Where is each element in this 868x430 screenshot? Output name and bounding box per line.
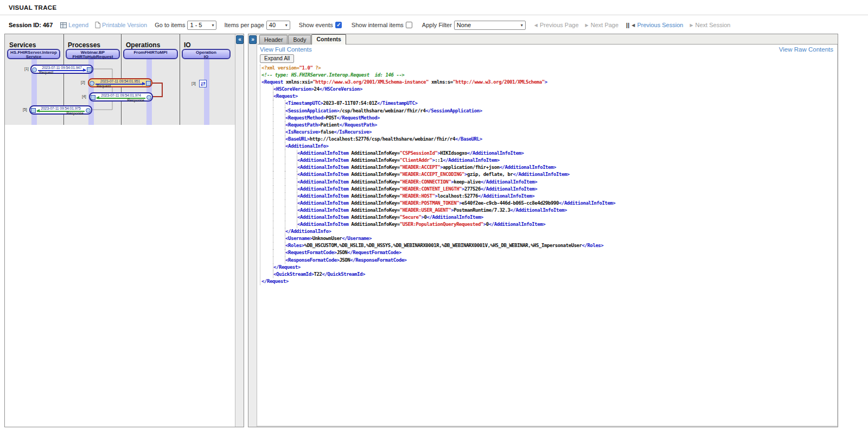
xml-token[interactable]: </AdditionalInfoItem> <box>443 157 499 164</box>
xml-token[interactable]: <QuickStreamId> <box>273 271 314 278</box>
xml-token[interactable]: </BaseURL> <box>455 136 482 143</box>
indent-guide <box>273 150 285 157</box>
previous-page-label: Previous Page <box>540 22 579 28</box>
printable-version-button[interactable]: Printable Version <box>95 22 147 28</box>
xml-token[interactable]: <RequestMethod> <box>285 115 326 122</box>
xml-token[interactable]: <AdditionalInfoItem <box>297 186 348 193</box>
xml-token[interactable]: <HSCoreVersion> <box>273 86 314 93</box>
show-events-checkbox[interactable] <box>335 22 342 28</box>
xml-token[interactable]: <ResponseFormatCode> <box>285 257 339 264</box>
xml-line: <AdditionalInfoItem AdditionalInfoKey="H… <box>261 207 838 214</box>
xml-token[interactable]: </AdditionalInfoItem> <box>467 150 524 157</box>
xml-token[interactable]: </AdditionalInfoItem> <box>489 221 545 228</box>
xml-token[interactable]: </RequestMethod> <box>336 115 380 122</box>
xml-token[interactable]: <AdditionalInfoItem <box>297 200 348 207</box>
message-3-io-event[interactable]: ⇄ <box>199 80 207 87</box>
xml-token[interactable]: <RequestFormatCode> <box>285 249 336 256</box>
indent-guide <box>273 122 285 129</box>
xml-token[interactable]: <Roles> <box>285 242 304 249</box>
xml-token[interactable]: <BaseURL> <box>285 136 310 143</box>
xml-token[interactable]: </TimestampUTC> <box>377 100 418 107</box>
xml-token[interactable]: </AdditionalInfoItem> <box>481 186 537 193</box>
indent-guide <box>261 207 273 214</box>
xml-token[interactable]: </ResponseFormatCode> <box>350 257 406 264</box>
items-per-page-select[interactable]: 40▾ <box>266 21 290 30</box>
message-2-request-selected[interactable]: 2023-07-11 09:54:01.951 Request <box>88 78 152 87</box>
arrow-left-icon <box>96 96 99 99</box>
xml-token[interactable]: <AdditionalInfo> <box>285 143 329 150</box>
xml-token[interactable]: <Request> <box>273 93 298 100</box>
xml-token[interactable]: </AdditionalInfoItem> <box>481 179 537 186</box>
xml-token[interactable]: <AdditionalInfoItem <box>297 214 348 221</box>
xml-token[interactable]: </IsRecursive> <box>334 129 372 136</box>
connector-2-to-4 <box>152 83 162 97</box>
view-full-contents-link[interactable]: View Full Contents <box>260 46 312 53</box>
xml-token[interactable]: </AdditionalInfoItem> <box>510 207 567 214</box>
xml-token[interactable]: </Username> <box>342 235 372 242</box>
xml-token[interactable]: </AdditionalInfoItem> <box>559 200 615 207</box>
xml-token[interactable]: <AdditionalInfoItem <box>297 150 348 157</box>
xml-token[interactable]: </AdditionalInfoItem> <box>427 214 483 221</box>
xml-token: 277526 <box>464 186 481 193</box>
indent-guide <box>261 150 273 157</box>
xml-token[interactable]: </Request> <box>273 264 301 271</box>
tab-contents[interactable]: Contents <box>311 34 346 45</box>
prev-arrow-icon: ◀ <box>631 23 635 28</box>
indent-guide <box>261 108 273 115</box>
xml-token[interactable]: </AdditionalInfoItem> <box>478 193 534 200</box>
indent-guide <box>261 122 273 129</box>
xml-token: "HEADER:USER_AGENT" <box>400 207 451 214</box>
xml-token[interactable]: <AdditionalInfoItem <box>297 157 348 164</box>
tab-body[interactable]: Body <box>288 35 311 44</box>
indent-guide <box>273 228 285 235</box>
arrow-left-icon <box>36 109 40 112</box>
goto-items-select[interactable]: 1 - 5▾ <box>187 21 216 30</box>
xml-token[interactable]: </AdditionalInfo> <box>285 228 331 235</box>
xml-token[interactable]: <Request <box>261 79 283 86</box>
xml-token[interactable]: <AdditionalInfoItem <box>297 171 348 178</box>
apply-filter-select[interactable]: None▾ <box>454 21 526 30</box>
expand-panel-button[interactable]: » <box>249 35 257 44</box>
expand-all-button[interactable]: Expand All <box>260 54 294 63</box>
xml-token[interactable]: > <box>545 79 547 86</box>
indent-guide <box>273 221 285 228</box>
xml-token[interactable]: </RequestPath> <box>339 122 377 129</box>
xml-token: AdditionalInfoKey= <box>348 179 399 186</box>
xml-token[interactable]: </SessionApplication> <box>425 108 482 115</box>
previous-page-button[interactable]: ◀Previous Page <box>534 22 579 28</box>
xml-line: <RequestMethod>POST</RequestMethod> <box>261 115 838 122</box>
xml-token[interactable]: </HSCoreVersion> <box>319 86 362 93</box>
show-internal-items-checkbox[interactable] <box>406 22 412 28</box>
xml-token[interactable]: <AdditionalInfoItem <box>297 207 348 214</box>
xml-token: /csp/healthshare/webinar/fhir/r4 <box>339 108 425 115</box>
previous-session-button[interactable]: ◀Previous Session <box>631 22 683 28</box>
view-raw-contents-link[interactable]: View Raw Contents <box>779 46 833 53</box>
next-session-button[interactable]: ▶Next Session <box>690 22 730 28</box>
xml-token[interactable]: <AdditionalInfoItem <box>297 179 348 186</box>
xml-token[interactable]: </Roles> <box>582 242 604 249</box>
xml-token[interactable]: <Username> <box>285 235 312 242</box>
xml-token[interactable]: <AdditionalInfoItem <box>297 193 348 200</box>
legend-button[interactable]: Legend <box>60 22 88 28</box>
xml-token[interactable]: <SessionApplication> <box>285 108 339 115</box>
show-internal-items-label: Show internal items <box>352 22 404 28</box>
xml-token[interactable]: </QuickStreamId> <box>322 271 365 278</box>
collapse-panel-button[interactable]: « <box>236 35 244 44</box>
xml-line: <SessionApplication>/csp/healthshare/web… <box>261 108 838 115</box>
message-1-request[interactable]: 2023-07-11 09:54:01.947 Request <box>30 65 93 74</box>
xml-token[interactable]: <TimestampUTC> <box>285 100 323 107</box>
indent-guide <box>261 271 273 278</box>
xml-token[interactable]: <AdditionalInfoItem <box>297 221 348 228</box>
next-page-button[interactable]: ▶Next Page <box>585 22 619 28</box>
xml-token[interactable]: </AdditionalInfoItem> <box>500 164 556 171</box>
message-5-response[interactable]: 2023-07-11 09:54:01.975 Response <box>29 105 92 115</box>
tab-header[interactable]: Header <box>259 35 288 44</box>
message-4-response[interactable]: 2023-07-11 09:54:01.974 Response <box>89 92 153 102</box>
indent-guide <box>285 200 297 207</box>
xml-token[interactable]: <RequestPath> <box>285 122 321 129</box>
xml-token[interactable]: </AdditionalInfoItem> <box>513 171 570 178</box>
xml-token[interactable]: <AdditionalInfoItem <box>297 164 348 171</box>
xml-token[interactable]: </RequestFormatCode> <box>347 249 401 256</box>
xml-token[interactable]: </Request> <box>261 278 289 285</box>
xml-token[interactable]: <IsRecursive> <box>285 129 321 136</box>
